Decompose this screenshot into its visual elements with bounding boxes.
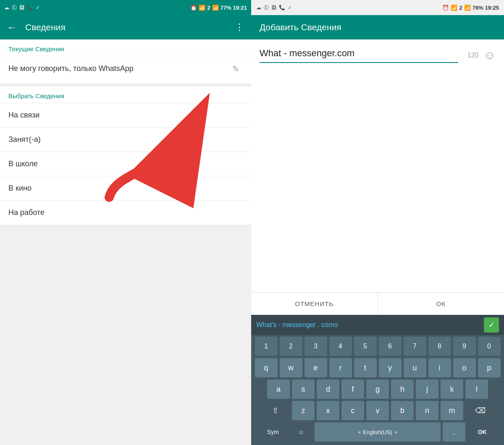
list-item[interactable]: В кино (0, 176, 251, 200)
choose-status-label: Выбрать Сведения (0, 86, 251, 103)
cancel-button[interactable]: ОТМЕНИТЬ (251, 293, 378, 315)
key-4[interactable]: 4 (329, 337, 352, 356)
space-key[interactable]: ◄ English(US) ► (315, 422, 441, 442)
list-item[interactable]: Занят(-а) (0, 127, 251, 152)
edit-button[interactable]: ✎ (229, 60, 243, 77)
sym-key[interactable]: Sym (258, 422, 288, 442)
battery-right: 76% (472, 5, 483, 11)
list-item[interactable]: На связи (0, 103, 251, 127)
key-7[interactable]: 7 (404, 337, 426, 356)
input-section: What - messenger.com 120 ☺ (251, 39, 504, 67)
ok-button[interactable]: ОК (378, 293, 504, 315)
left-app-bar: ← Сведения ⋮ (0, 15, 251, 39)
key-j[interactable]: j (416, 380, 438, 399)
alarm-icon-right: ⏰ (442, 5, 449, 11)
wifi-icon: 📶 (199, 5, 205, 11)
lang-left-arrow: ◄ (357, 429, 361, 435)
photo-icon-right: 🖼 (271, 5, 276, 10)
left-status-icons: ☁ Ⓔ 🖼 📞 ✓ (4, 4, 40, 11)
e-icon-right: Ⓔ (264, 4, 269, 11)
right-status-right: ⏰ 📶 2 📶 76% 19:25 (442, 5, 499, 11)
current-status-row: Не могу говорить, только WhatsApp ✎ (0, 56, 251, 83)
key-2[interactable]: 2 (280, 337, 302, 356)
key-i[interactable]: i (428, 358, 451, 377)
left-panel: ☁ Ⓔ 🖼 📞 ✓ ⏰ 📶 2 📶 77% 19:21 ← Сведения ⋮… (0, 0, 251, 445)
backspace-key[interactable]: ⌫ (465, 401, 495, 420)
period-key[interactable]: . (443, 422, 465, 442)
key-n[interactable]: n (416, 401, 438, 420)
shift-key[interactable]: ⇧ (260, 401, 290, 420)
left-app-bar-title: Сведения (25, 22, 226, 32)
keyboard-bottom-row: Sym ☺ ◄ English(US) ► . OK (252, 422, 503, 442)
suggestion-bar: What's - messenger . como ✓ (251, 315, 504, 335)
check-icon-right: ✓ (288, 5, 292, 10)
key-1[interactable]: 1 (255, 337, 278, 356)
keyboard-row-a: a s d f g h j k l (252, 380, 503, 399)
key-9[interactable]: 9 (453, 337, 476, 356)
keyboard-row-numbers: 1 2 3 4 5 6 7 8 9 0 (252, 337, 503, 356)
phone-icon-right: 📞 (279, 5, 285, 10)
check-icon: ✓ (36, 5, 40, 10)
signal-icon: 📶 (212, 5, 219, 11)
key-u[interactable]: u (404, 358, 426, 377)
key-o[interactable]: o (453, 358, 476, 377)
keyboard-row-z: ⇧ z x c v b n m ⌫ (252, 401, 503, 420)
key-k[interactable]: k (441, 380, 463, 399)
key-s[interactable]: s (292, 380, 315, 399)
key-l[interactable]: l (465, 380, 488, 399)
key-d[interactable]: d (317, 380, 339, 399)
emoji-button[interactable]: ☺ (483, 49, 496, 62)
key-v[interactable]: v (366, 401, 389, 420)
key-5[interactable]: 5 (354, 337, 377, 356)
e-icon: Ⓔ (12, 4, 17, 11)
photo-icon: 🖼 (19, 5, 24, 10)
keyboard-ok-key[interactable]: OK (467, 422, 497, 442)
key-h[interactable]: h (391, 380, 414, 399)
char-count: 120 (463, 52, 478, 59)
alarm-icon: ⏰ (190, 5, 197, 11)
emoji-keyboard-key[interactable]: ☺ (290, 422, 312, 442)
key-a[interactable]: a (267, 380, 290, 399)
lang-right-arrow: ► (394, 429, 399, 435)
lang-label: English(US) (363, 429, 392, 435)
list-item[interactable]: На работе (0, 200, 251, 225)
key-y[interactable]: y (379, 358, 402, 377)
key-r[interactable]: r (329, 358, 352, 377)
right-app-bar: Добавить Сведения (251, 15, 504, 39)
key-b[interactable]: b (391, 401, 414, 420)
back-button[interactable]: ← (7, 21, 17, 33)
key-x[interactable]: x (317, 401, 339, 420)
right-app-bar-title: Добавить Сведения (260, 22, 341, 32)
key-q[interactable]: q (255, 358, 278, 377)
cloud-icon-right: ☁ (256, 5, 261, 10)
key-6[interactable]: 6 (379, 337, 402, 356)
key-0[interactable]: 0 (478, 337, 501, 356)
key-m[interactable]: m (441, 401, 463, 420)
left-content: Текущие Сведения Не могу говорить, тольк… (0, 39, 251, 445)
key-c[interactable]: c (341, 401, 364, 420)
right-content: What - messenger.com 120 ☺ ОТМЕНИТЬ ОК (251, 39, 504, 315)
key-e[interactable]: e (304, 358, 327, 377)
list-item[interactable]: В школе (0, 152, 251, 176)
left-status-right: ⏰ 📶 2 📶 77% 19:21 (190, 5, 247, 11)
right-panel: ☁ Ⓔ 🖼 📞 ✓ ⏰ 📶 2 📶 76% 19:25 Добавить Све… (251, 0, 504, 445)
status-input[interactable]: What - messenger.com (260, 48, 458, 63)
menu-button[interactable]: ⋮ (235, 22, 244, 33)
key-t[interactable]: t (354, 358, 377, 377)
current-status-card: Текущие Сведения Не могу говорить, тольк… (0, 39, 251, 83)
suggestion-arrow-button[interactable]: ✓ (484, 317, 499, 332)
battery-left: 77% (220, 5, 231, 11)
time-left: 19:21 (233, 5, 247, 11)
key-p[interactable]: p (478, 358, 501, 377)
key-w[interactable]: w (280, 358, 302, 377)
time-right: 19:25 (485, 5, 499, 11)
right-status-icons: ☁ Ⓔ 🖼 📞 ✓ (256, 4, 292, 11)
key-z[interactable]: z (292, 401, 315, 420)
keyboard: 1 2 3 4 5 6 7 8 9 0 q w e r t y u i o p … (251, 335, 504, 445)
cloud-icon: ☁ (4, 5, 9, 10)
key-3[interactable]: 3 (304, 337, 327, 356)
current-status-label: Текущие Сведения (0, 39, 251, 56)
key-8[interactable]: 8 (428, 337, 451, 356)
key-f[interactable]: f (341, 380, 364, 399)
key-g[interactable]: g (366, 380, 389, 399)
